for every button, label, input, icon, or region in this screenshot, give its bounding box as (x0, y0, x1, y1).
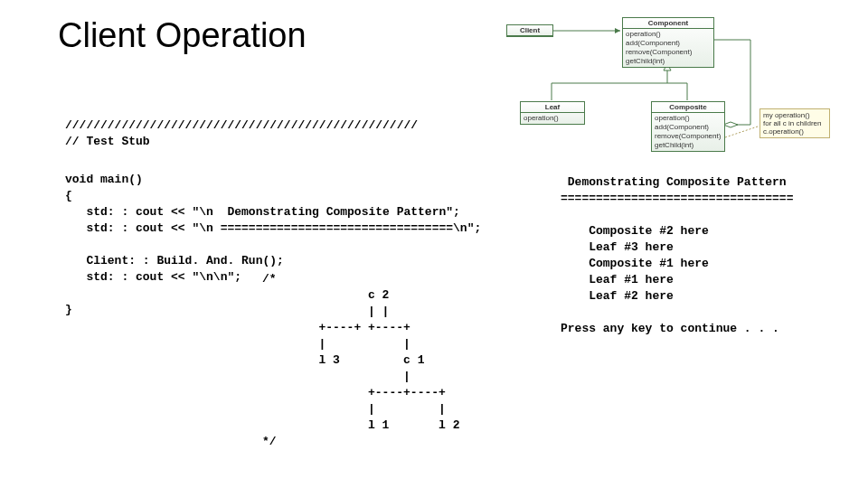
uml-composite-name: Composite (652, 102, 724, 113)
uml-component-methods: operation() add(Component) remove(Compon… (623, 29, 713, 67)
uml-leaf: Leaf operation() (520, 101, 585, 125)
svg-line-11 (725, 127, 758, 137)
uml-leaf-name: Leaf (521, 102, 584, 113)
svg-marker-10 (723, 122, 738, 127)
uml-composite-methods: operation() add(Component) remove(Compon… (652, 113, 724, 151)
page-title: Client Operation (58, 16, 307, 55)
uml-note: my operation() for all c in children c.o… (760, 108, 830, 138)
code-tree: /* c 2 | | +----+ +----+ | | l 3 c 1 | +… (262, 271, 459, 450)
uml-component: Component operation() add(Component) rem… (622, 17, 714, 68)
slide: Client Operation ///////////////////////… (0, 0, 868, 488)
uml-diagram: Client Component operation() add(Compone… (488, 11, 850, 164)
uml-composite: Composite operation() add(Component) rem… (651, 101, 725, 152)
uml-client-name: Client (507, 25, 552, 36)
uml-leaf-methods: operation() (521, 113, 584, 124)
code-stub: ////////////////////////////////////////… (65, 117, 418, 150)
uml-client: Client (506, 24, 553, 37)
program-output: Demonstrating Composite Pattern ========… (561, 174, 793, 337)
svg-marker-1 (615, 28, 620, 33)
uml-component-name: Component (623, 18, 713, 29)
